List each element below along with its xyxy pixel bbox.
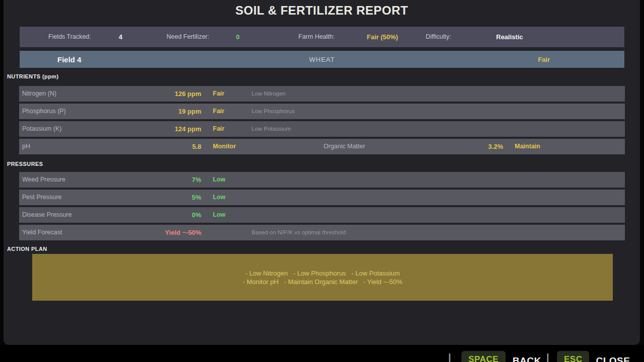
page-title: SOIL & FERTILIZER REPORT [4, 4, 640, 18]
row-label: pH [22, 139, 30, 154]
organic-matter-label: Organic Matter [324, 139, 365, 154]
back-button[interactable]: SPACE BACK [461, 351, 541, 362]
row-note: Low Potassium [252, 121, 291, 137]
nutrient-row-phosphorus: Phosphorus (P) 19 ppm Fair Low Phosphoru… [19, 104, 625, 119]
row-note: Low Nitrogen [252, 86, 286, 102]
pressure-row-disease: Disease Pressure 0% Low [19, 207, 625, 223]
row-status: Low [213, 172, 225, 188]
stat-fields-tracked-label: Fields Tracked: [48, 27, 91, 47]
yield-forecast-row: Yield Forecast Yield ~-50% Based on N/P/… [19, 225, 625, 240]
stat-farm-health-value: Fair (50%) [367, 27, 398, 47]
footer-bar: | SPACE BACK | ESC CLOSE [0, 345, 644, 362]
row-status: Monitor [213, 139, 236, 154]
row-label: Yield Forecast [22, 225, 62, 240]
row-status: Low [213, 207, 225, 223]
nutrient-row-potassium: Potassium (K) 124 ppm Fair Low Potassium [19, 121, 625, 137]
field-crop: WHEAT [20, 51, 624, 69]
nutrients-section-label: NUTRIENTS (ppm) [7, 73, 59, 79]
row-label: Potassium (K) [22, 121, 62, 137]
stat-difficulty-label: Difficulty: [426, 27, 451, 47]
field-header-row: Field 4 WHEAT Fair [19, 50, 625, 68]
row-status: Fair [213, 121, 224, 137]
stat-difficulty-value: Realistic [496, 27, 523, 47]
action-plan-section-label: ACTION PLAN [7, 246, 47, 252]
stat-fields-tracked-value: 4 [119, 27, 122, 47]
row-label: Pest Pressure [22, 190, 62, 205]
row-value: 126 ppm [140, 86, 201, 102]
row-note: Based on N/P/K vs optimal threshold [252, 225, 346, 240]
stat-farm-health-label: Farm Health: [298, 27, 335, 47]
row-label: Disease Pressure [22, 207, 72, 223]
stat-need-fertilizer-value: 0 [236, 27, 239, 47]
action-plan-line-2: - Monitor pH - Maintain Organic Matter -… [243, 278, 403, 286]
organic-matter-value: 3.2% [422, 139, 503, 154]
soil-fertilizer-report-screen: SOIL & FERTILIZER REPORT Fields Tracked:… [0, 0, 644, 362]
space-key-chip[interactable]: SPACE [461, 351, 506, 362]
row-note: Low Phosphorus [252, 104, 295, 119]
action-plan-line-1: - Low Nitrogen - Low Phosphorus - Low Po… [245, 269, 399, 278]
pressure-row-pest: Pest Pressure 5% Low [19, 190, 625, 205]
nutrient-row-nitrogen: Nitrogen (N) 126 ppm Fair Low Nitrogen [19, 86, 625, 102]
back-label: BACK [513, 351, 541, 362]
row-status: Low [213, 190, 225, 205]
row-label: Nitrogen (N) [22, 86, 56, 102]
separator: | [546, 351, 549, 362]
row-value: 19 ppm [140, 104, 201, 119]
row-value: Yield ~-50% [140, 225, 201, 240]
row-label: Weed Pressure [22, 172, 65, 188]
action-plan-box: - Low Nitrogen - Low Phosphorus - Low Po… [32, 254, 613, 301]
field-status: Fair [538, 51, 550, 69]
nutrient-row-ph: pH 5.8 Monitor Organic Matter 3.2% Maint… [19, 139, 625, 154]
close-button[interactable]: ESC CLOSE [557, 351, 630, 362]
row-value: 5% [140, 190, 201, 205]
pressure-row-weed: Weed Pressure 7% Low [19, 172, 625, 188]
row-status: Fair [213, 104, 224, 119]
row-status: Fair [213, 86, 224, 102]
stats-bar: Fields Tracked: 4 Need Fertilizer: 0 Far… [19, 26, 625, 48]
organic-matter-status: Maintain [515, 139, 540, 154]
row-label: Phosphorus (P) [22, 104, 66, 119]
stat-need-fertilizer-label: Need Fertilizer: [167, 27, 209, 47]
row-value: 5.8 [140, 139, 201, 154]
esc-key-chip[interactable]: ESC [557, 351, 589, 362]
report-panel: SOIL & FERTILIZER REPORT Fields Tracked:… [4, 0, 640, 345]
row-value: 0% [140, 207, 201, 223]
row-value: 7% [140, 172, 201, 188]
separator: | [448, 351, 451, 362]
pressures-section-label: PRESSURES [7, 161, 43, 167]
close-label: CLOSE [596, 351, 630, 362]
row-value: 124 ppm [140, 121, 201, 137]
